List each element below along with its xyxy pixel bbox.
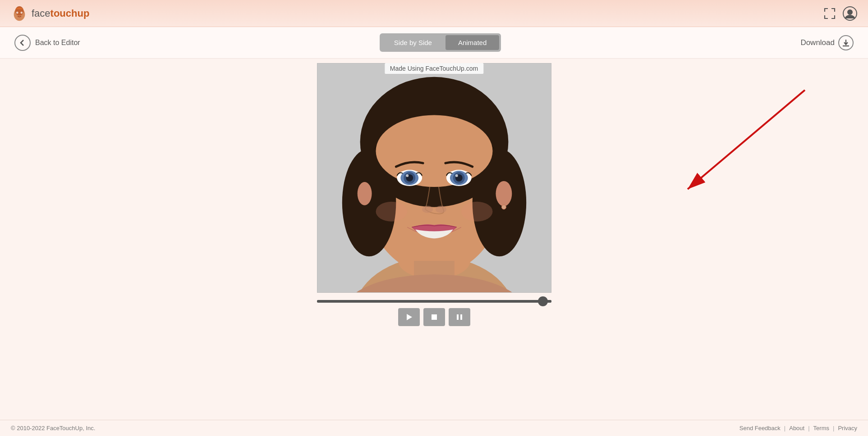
stop-button[interactable] [423, 308, 445, 326]
svg-point-20 [406, 174, 409, 177]
svg-point-2 [16, 11, 18, 14]
animated-button[interactable]: Animated [445, 35, 499, 50]
playback-controls [398, 308, 470, 326]
separator-3: | [833, 425, 834, 431]
header-actions [824, 6, 857, 21]
svg-point-29 [461, 202, 492, 222]
pause-button[interactable] [449, 308, 470, 326]
svg-marker-36 [407, 314, 412, 320]
user-avatar-icon [843, 6, 857, 21]
view-toggle-group: Side by Side Animated [380, 33, 501, 52]
footer: © 2010-2022 FaceTouchUp, Inc. Send Feedb… [0, 420, 868, 436]
send-feedback-link[interactable]: Send Feedback [739, 425, 781, 431]
stop-icon [431, 313, 438, 321]
logo-icon [11, 5, 28, 22]
privacy-link[interactable]: Privacy [838, 425, 857, 431]
side-by-side-button[interactable]: Side by Side [381, 35, 445, 50]
separator-2: | [808, 425, 809, 431]
user-account-button[interactable] [843, 6, 857, 21]
toolbar: Back to Editor Side by Side Animated Dow… [0, 27, 868, 59]
fullscreen-button[interactable] [824, 8, 836, 19]
progress-thumb[interactable] [538, 296, 548, 306]
svg-rect-37 [432, 314, 437, 320]
logo-touchup-text: touchup [51, 8, 90, 19]
about-link[interactable]: About [789, 425, 804, 431]
svg-point-25 [455, 174, 458, 177]
logo-text: facetouchup [32, 8, 89, 19]
photo-frame [317, 63, 551, 293]
svg-point-30 [496, 181, 512, 206]
svg-point-3 [20, 11, 23, 14]
download-label: Download [800, 38, 835, 47]
svg-rect-38 [457, 314, 459, 320]
fullscreen-icon [824, 8, 836, 19]
svg-point-32 [357, 182, 372, 205]
svg-point-5 [848, 10, 852, 14]
terms-link[interactable]: Terms [813, 425, 829, 431]
logo: facetouchup [11, 5, 89, 22]
logo-face-text: face [32, 8, 51, 19]
copyright-text: © 2010-2022 FaceTouchUp, Inc. [11, 425, 95, 431]
face-portrait [317, 63, 551, 293]
pause-icon [456, 313, 463, 321]
progress-fill [317, 300, 551, 303]
svg-point-15 [376, 115, 492, 187]
svg-point-31 [501, 205, 506, 209]
video-controls [317, 300, 551, 326]
svg-rect-39 [460, 314, 462, 320]
download-button[interactable]: Download [800, 35, 854, 50]
red-arrow-annotation [661, 86, 814, 212]
back-to-editor-button[interactable]: Back to Editor [14, 35, 80, 51]
back-label: Back to Editor [35, 39, 80, 47]
watermark-label: Made Using FaceTouchUp.com [385, 63, 483, 74]
download-icon [838, 35, 854, 50]
svg-point-26 [422, 206, 433, 213]
main-content: Made Using FaceTouchUp.com [0, 59, 868, 428]
video-container: Made Using FaceTouchUp.com [317, 63, 551, 326]
separator-1: | [784, 425, 785, 431]
back-arrow-icon [14, 35, 31, 51]
play-icon [405, 313, 413, 321]
svg-line-41 [688, 90, 805, 189]
progress-bar[interactable] [317, 300, 551, 303]
svg-point-27 [435, 206, 446, 213]
svg-point-28 [376, 202, 407, 222]
footer-links: Send Feedback | About | Terms | Privacy [739, 425, 857, 431]
play-button[interactable] [398, 308, 420, 326]
app-header: facetouchup [0, 0, 868, 27]
